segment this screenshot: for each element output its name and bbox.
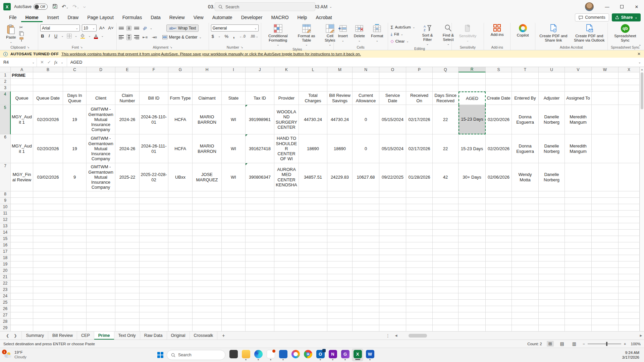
cell-K26[interactable] (274, 306, 299, 312)
cell-R20[interactable] (459, 268, 486, 274)
cell-R13[interactable] (459, 223, 486, 230)
tab-overflow-icon[interactable]: ⋮ (386, 331, 390, 340)
cell-L7[interactable]: 34857.51 (299, 163, 327, 191)
col-header-P[interactable]: P (406, 67, 433, 72)
cell-O16[interactable] (379, 242, 406, 249)
horizontal-scroll-thumb[interactable] (409, 334, 427, 338)
cell-G7[interactable]: UBxx (168, 163, 193, 191)
font-dialog-launcher-icon[interactable]: ↘ (80, 46, 83, 49)
taskbar-app-word[interactable]: W (364, 349, 376, 361)
cell-D2[interactable] (87, 79, 115, 85)
taskbar-app-onenote[interactable]: N (327, 349, 338, 361)
cell-G24[interactable] (168, 293, 193, 300)
cell-U17[interactable] (539, 249, 565, 255)
cell-G18[interactable] (168, 255, 193, 261)
cell-E14[interactable] (115, 230, 140, 236)
minimize-button[interactable]: — (600, 0, 614, 13)
cell-T28[interactable] (512, 319, 539, 325)
cell-H18[interactable] (193, 255, 222, 261)
create-pdf-share-outlook-button[interactable]: Create PDF and Share via Outlook (571, 23, 608, 43)
row-header-24[interactable]: 24 (0, 293, 11, 300)
cell-M4[interactable]: Bill Review Savings (327, 92, 353, 105)
cell-M8[interactable] (327, 191, 353, 198)
cell-L10[interactable] (299, 204, 327, 210)
cell-Q11[interactable] (433, 210, 459, 217)
cell-V16[interactable] (565, 242, 592, 249)
cell-Q18[interactable] (433, 255, 459, 261)
cell-R24[interactable] (459, 293, 486, 300)
col-header-L[interactable]: L (299, 67, 327, 72)
cell-M6[interactable]: 18690 (327, 134, 353, 163)
cell-V23[interactable] (565, 287, 592, 293)
sheet-tab-text-only[interactable]: Text Only (114, 331, 140, 340)
cell-D22[interactable] (87, 281, 115, 287)
cell-W14[interactable] (592, 230, 619, 236)
row-header-2[interactable]: 2 (0, 79, 11, 85)
ribbon-tab-developer[interactable]: Developer (237, 13, 267, 22)
cell-E21[interactable] (115, 274, 140, 281)
create-pdf-share-link-button[interactable]: Create PDF and Share link (537, 23, 570, 43)
autosum-button[interactable]: ΣAutoSum⌄ (390, 24, 416, 30)
col-header-D[interactable]: D (87, 67, 115, 72)
cell-C25[interactable] (63, 300, 87, 306)
cell-O2[interactable] (379, 79, 406, 85)
cell-O12[interactable] (379, 217, 406, 223)
cell-O6[interactable]: 05/15/2024 (379, 134, 406, 163)
cell-K24[interactable] (274, 293, 299, 300)
cell-B10[interactable] (33, 204, 63, 210)
cell-B26[interactable] (33, 306, 63, 312)
col-header-R[interactable]: R (459, 67, 486, 72)
cell-C24[interactable] (63, 293, 87, 300)
cell-L14[interactable] (299, 230, 327, 236)
cell-A12[interactable] (11, 217, 33, 223)
cell-N29[interactable] (353, 325, 379, 331)
cell-V15[interactable] (565, 236, 592, 242)
ribbon-tab-review[interactable]: Review (165, 13, 189, 22)
cell-G3[interactable] (168, 85, 193, 92)
cell-L16[interactable] (299, 242, 327, 249)
cell-L8[interactable] (299, 191, 327, 198)
taskbar-app-outlook[interactable]: O (315, 349, 326, 361)
cell-I20[interactable] (222, 268, 246, 274)
row-header-17[interactable]: 17 (0, 249, 11, 255)
cell-M29[interactable] (327, 325, 353, 331)
cell-M26[interactable] (327, 306, 353, 312)
cell-Q13[interactable] (433, 223, 459, 230)
cell-P3[interactable] (406, 85, 433, 92)
cell-C14[interactable] (63, 230, 87, 236)
cell-B8[interactable] (33, 191, 63, 198)
cell-K17[interactable] (274, 249, 299, 255)
cell-R10[interactable] (459, 204, 486, 210)
cell-K16[interactable] (274, 242, 299, 249)
cell-I15[interactable] (222, 236, 246, 242)
cell-T1[interactable] (512, 72, 539, 79)
cell-U12[interactable] (539, 217, 565, 223)
cell-I21[interactable] (222, 274, 246, 281)
cell-R21[interactable] (459, 274, 486, 281)
cell-C15[interactable] (63, 236, 87, 242)
cell-W21[interactable] (592, 274, 619, 281)
cell-A17[interactable] (11, 249, 33, 255)
cell-W25[interactable] (592, 300, 619, 306)
cell-F28[interactable] (140, 319, 168, 325)
row-header-13[interactable]: 13 (0, 223, 11, 230)
cell-J2[interactable] (246, 79, 274, 85)
ribbon-tab-file[interactable]: File (5, 13, 21, 22)
cell-W28[interactable] (592, 319, 619, 325)
cell-M12[interactable] (327, 217, 353, 223)
cell-E13[interactable] (115, 223, 140, 230)
cell-P16[interactable] (406, 242, 433, 249)
cell-C11[interactable] (63, 210, 87, 217)
cell-F16[interactable] (140, 242, 168, 249)
cell-L23[interactable] (299, 287, 327, 293)
cell-O20[interactable] (379, 268, 406, 274)
cell-E25[interactable] (115, 300, 140, 306)
cell-A4[interactable]: Queue (11, 92, 33, 105)
cell-V18[interactable] (565, 255, 592, 261)
row-header-7[interactable]: 7 (0, 163, 11, 191)
copilot-button[interactable]: Copilot (515, 23, 531, 38)
cell-P29[interactable] (406, 325, 433, 331)
cell-L1[interactable] (299, 72, 327, 79)
autosave-toggle[interactable]: Off (34, 4, 48, 10)
cell-J26[interactable] (246, 306, 274, 312)
